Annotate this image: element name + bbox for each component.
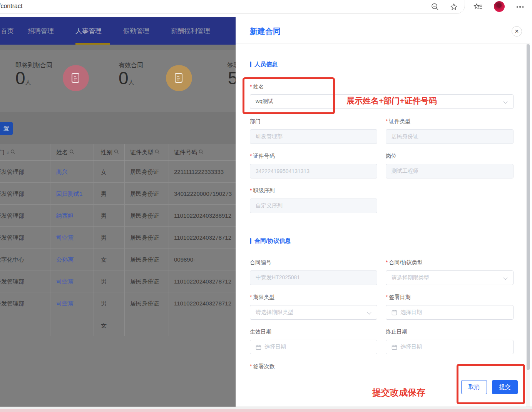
- sign-date-picker[interactable]: 选择日期: [386, 305, 514, 320]
- term-type-field-label: *期限类型: [250, 294, 274, 301]
- nav-item-attendance[interactable]: 假勤管理: [123, 17, 149, 45]
- nav-item-recruit[interactable]: 招聘管理: [28, 17, 54, 45]
- submit-button[interactable]: 提交: [492, 380, 518, 394]
- chevron-down-icon: [503, 99, 507, 103]
- sort-icon[interactable]: ↓↑: [6, 144, 9, 161]
- employee-name-link[interactable]: 司空震: [56, 292, 95, 314]
- settings-button[interactable]: 置: [0, 122, 13, 135]
- nav-item-payroll[interactable]: 薪酬福利管理: [171, 17, 210, 45]
- table-header: 部门 ↓↑ 姓名 性别 证件类型 证件号码: [0, 144, 236, 161]
- nav-item-hr[interactable]: 人事管理: [75, 17, 102, 45]
- collections-icon[interactable]: [473, 2, 483, 12]
- cancel-button[interactable]: 取消: [461, 380, 487, 394]
- column-id-type[interactable]: 证件类型: [130, 144, 160, 161]
- position-input: 测试工程师: [386, 164, 514, 178]
- calendar-icon: [256, 344, 261, 350]
- stat-value: 5: [228, 68, 236, 88]
- end-date-picker[interactable]: 选择日期: [386, 340, 514, 354]
- term-type-select[interactable]: 请选择期限类型: [250, 305, 377, 320]
- employee-name-link[interactable]: 回归测试1: [56, 183, 95, 205]
- contract-type-field-label: *合同/协议类型: [386, 259, 423, 266]
- table-row: 研发管理部 高兴 女 居民身份证 2211111222333333: [0, 161, 236, 183]
- employee-name-link[interactable]: 高兴: [56, 161, 95, 183]
- contract-info-section-title: 合同/协议信息: [254, 237, 291, 245]
- person-info-section-title: 人员信息: [254, 61, 278, 68]
- drawer-header-divider: [236, 43, 526, 43]
- calendar-icon: [391, 310, 397, 315]
- search-icon[interactable]: [69, 144, 74, 161]
- chevron-down-icon: [503, 275, 507, 280]
- search-icon[interactable]: [114, 144, 119, 161]
- stat-divider: [210, 61, 210, 101]
- contract-doc-icon: [166, 65, 192, 91]
- table-row: 研发管理部 纳西妲 男 居民身份证 110102202403288912: [0, 205, 236, 227]
- id-number-field-label: *证件号码: [250, 153, 274, 160]
- employee-table: 部门 ↓↑ 姓名 性别 证件类型 证件号码: [0, 144, 236, 407]
- search-icon[interactable]: [10, 144, 15, 161]
- nav-item-home[interactable]: 首页: [1, 17, 14, 45]
- close-icon[interactable]: ✕: [512, 26, 522, 37]
- stats-panel: 即将到期合同 0人 有效合同 0人 签署 5: [0, 50, 236, 112]
- id-type-input: 居民身份证: [386, 129, 514, 144]
- table-row: 数字化中心 公孙离 女 居民身份证 009890-: [0, 249, 236, 270]
- contract-no-field-label: 合同编号: [250, 259, 271, 266]
- drawer-scrollbar-track[interactable]: [526, 43, 530, 407]
- column-id-number[interactable]: 证件号码: [174, 144, 204, 161]
- search-icon[interactable]: [155, 144, 160, 161]
- id-number-input: 342224199504131313: [250, 164, 377, 178]
- employee-name-link[interactable]: 司空震: [56, 227, 95, 249]
- active-tab-underline: [75, 43, 110, 45]
- drawer-scrollbar-thumb[interactable]: [527, 44, 530, 370]
- column-gender[interactable]: 性别: [101, 144, 119, 161]
- sign-date-field-label: *签署日期: [386, 294, 410, 301]
- contract-doc-icon: [63, 65, 89, 91]
- name-select[interactable]: wq测试: [250, 94, 514, 109]
- search-icon[interactable]: [199, 144, 204, 161]
- table-row: 研发管理部 司空震 男 居民身份证 110102202403278712: [0, 227, 236, 249]
- effective-date-picker[interactable]: 选择日期: [250, 340, 377, 354]
- stat-value: 0人: [15, 68, 31, 88]
- hr-app-dimmed-area: 首页 招聘管理 人事管理 假勤管理 薪酬福利管理 即将到期合同 0人 有效合同 …: [0, 17, 236, 407]
- calendar-icon: [391, 344, 397, 350]
- table-row: 女: [0, 314, 236, 336]
- dept-input: 研发管理部: [250, 129, 377, 144]
- name-field-label: *姓名: [250, 83, 264, 90]
- position-field-label: 岗位: [386, 153, 396, 160]
- employee-name-link[interactable]: 纳西妲: [56, 205, 95, 227]
- address-bar[interactable]: [0, 0, 465, 14]
- table-row: 研发管理部 司空震 男 居民身份证 110102202403278712: [0, 292, 236, 314]
- job-series-field-label: *职级序列: [250, 187, 274, 194]
- sign-count-field-label: *签署次数: [250, 363, 274, 370]
- employee-name-link[interactable]: 司空震: [56, 270, 95, 292]
- screen: /contract 首页 招聘管理 人事管理 假勤管理 薪酬福利管: [0, 0, 532, 412]
- stat-divider: [104, 61, 104, 101]
- job-series-input: 自定义序列: [250, 198, 377, 213]
- employee-name-link[interactable]: [56, 314, 95, 336]
- contract-no-input: 中竞发HT2025081: [250, 270, 377, 285]
- url-text[interactable]: /contract: [0, 3, 22, 10]
- contract-type-select[interactable]: 请选择期限类型: [386, 270, 514, 285]
- new-contract-drawer: 新建合同 ✕ 人员信息 *姓名 wq测试 部门 研发管理部 *证件类型 居民身份…: [236, 17, 532, 407]
- effective-date-field-label: 生效日期: [250, 329, 271, 335]
- zoom-out-icon[interactable]: [430, 2, 440, 12]
- table-row: 研发管理部 回归测试1 男 居民身份证 340122200007190273: [0, 183, 236, 205]
- end-date-field-label: 终止日期: [386, 329, 407, 335]
- main-nav: 首页 招聘管理 人事管理 假勤管理 薪酬福利管理: [0, 17, 236, 45]
- column-name[interactable]: 姓名: [56, 144, 74, 161]
- stat-value: 0人: [119, 68, 134, 88]
- more-menu-icon[interactable]: [515, 2, 525, 12]
- window-divider: [0, 17, 532, 17]
- browser-bar: /contract: [0, 0, 532, 17]
- column-dept[interactable]: 部门 ↓↑: [0, 144, 15, 161]
- chevron-down-icon: [367, 310, 371, 314]
- id-type-field-label: *证件类型: [386, 118, 410, 125]
- table-row: 研发管理部 司空震 男 居民身份证 110102202403278712: [0, 270, 236, 292]
- background-window-strip: [0, 409, 532, 412]
- profile-avatar[interactable]: [494, 1, 505, 12]
- dept-field-label: 部门: [250, 118, 261, 125]
- employee-name-link[interactable]: 公孙离: [56, 249, 95, 270]
- favorite-star-icon[interactable]: [449, 2, 459, 12]
- drawer-title: 新建合同: [250, 26, 281, 37]
